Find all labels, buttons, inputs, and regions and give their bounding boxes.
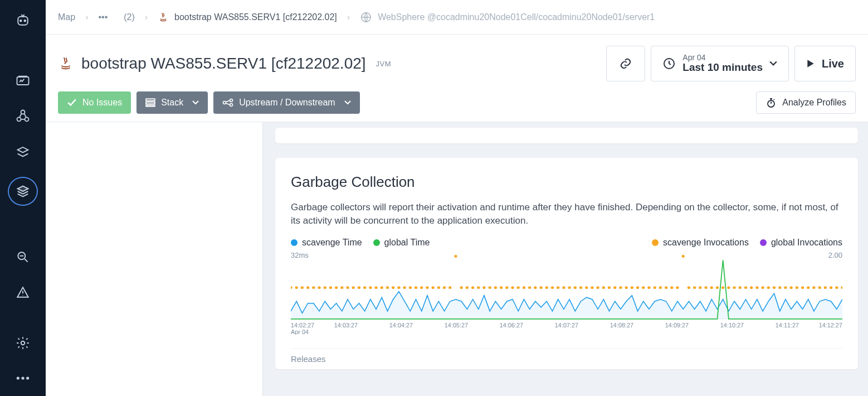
gc-chart-svg: 14:02:2714:03:2714:04:2714:05:2714:06:27…: [291, 251, 842, 335]
svg-point-57: [482, 286, 485, 289]
java-icon: [58, 55, 74, 72]
svg-point-46: [420, 286, 423, 289]
timeframe-button[interactable]: Apr 04 Last 10 minutes: [651, 46, 789, 81]
svg-point-119: [835, 286, 838, 289]
svg-point-23: [291, 286, 292, 289]
svg-point-29: [324, 286, 326, 289]
svg-point-79: [608, 286, 611, 289]
svg-point-91: [676, 286, 679, 289]
legend-scavenge-invocations[interactable]: scavenge Invocations: [652, 238, 749, 248]
svg-point-71: [562, 286, 565, 289]
page-title: bootstrap WAS855.SERV1 [cf212202.02] JVM: [58, 55, 391, 73]
svg-text:14:02:27: 14:02:27: [291, 322, 314, 329]
svg-rect-15: [146, 99, 155, 100]
copy-link-button[interactable]: [606, 46, 645, 81]
svg-point-105: [755, 286, 758, 289]
gc-card: Garbage Collection Garbage collectors wi…: [275, 158, 858, 369]
breadcrumb-server[interactable]: WebSphere @cocadminu20Node01Cell/cocadmi…: [360, 11, 655, 23]
svg-point-98: [716, 286, 719, 289]
chevron-right-icon: ›: [347, 12, 350, 22]
svg-point-87: [654, 286, 656, 289]
svg-point-60: [500, 286, 503, 289]
svg-point-77: [597, 286, 599, 289]
svg-point-99: [721, 286, 724, 289]
svg-point-42: [397, 286, 400, 289]
breadcrumb-map[interactable]: Map: [58, 12, 75, 22]
legend-scavenge-time[interactable]: scavenge Time: [291, 238, 362, 248]
breadcrumb: Map › ••• (2) › bootstrap WAS855.SERV1 […: [46, 0, 868, 35]
nav-alert-icon[interactable]: [13, 283, 33, 302]
svg-point-106: [762, 286, 764, 289]
svg-point-97: [710, 286, 713, 289]
status-no-issues[interactable]: No Issues: [58, 91, 131, 114]
svg-point-61: [505, 286, 508, 289]
right-panel: Garbage Collection Garbage collectors wi…: [263, 122, 868, 396]
check-icon: [67, 98, 77, 108]
svg-rect-4: [18, 75, 27, 76]
svg-point-31: [335, 286, 338, 289]
svg-point-94: [693, 286, 696, 289]
svg-text:14:04:27: 14:04:27: [389, 322, 413, 329]
live-button[interactable]: Live: [794, 46, 856, 81]
legend-global-invocations[interactable]: global Invocations: [760, 238, 842, 248]
chevron-down-icon: [192, 100, 199, 105]
svg-point-45: [415, 286, 417, 289]
svg-rect-0: [18, 16, 28, 25]
svg-point-32: [340, 286, 343, 289]
svg-text:14:03:27: 14:03:27: [334, 322, 358, 329]
releases-label: Releases: [291, 348, 842, 364]
svg-point-24: [295, 286, 298, 289]
svg-point-114: [807, 286, 810, 289]
breadcrumb-more[interactable]: ••• (2): [98, 12, 134, 22]
java-icon: [158, 11, 169, 23]
breadcrumb-item[interactable]: bootstrap WAS855.SERV1 [cf212202.02]: [158, 11, 337, 23]
svg-point-56: [477, 286, 480, 289]
svg-point-66: [534, 286, 537, 289]
upstream-downstream-button[interactable]: Upstream / Downstream: [213, 91, 360, 114]
analyze-profiles-button[interactable]: Analyze Profiles: [756, 91, 856, 114]
y-right-max: 2.00: [828, 251, 842, 259]
svg-point-62: [511, 286, 514, 289]
svg-text:14:12:27: 14:12:27: [819, 322, 842, 329]
svg-point-51: [448, 286, 451, 289]
stack-button[interactable]: Stack: [136, 91, 208, 114]
svg-point-10: [17, 377, 19, 380]
svg-text:14:08:27: 14:08:27: [610, 322, 633, 329]
svg-point-104: [750, 286, 753, 289]
legend-dot-green: [373, 239, 380, 246]
svg-point-26: [306, 286, 309, 289]
main-area: Map › ••• (2) › bootstrap WAS855.SERV1 […: [46, 0, 868, 396]
nav-settings-icon[interactable]: [13, 334, 33, 353]
nav-nodes-icon[interactable]: [13, 106, 33, 125]
svg-point-40: [386, 286, 389, 289]
nav-dashboard-icon[interactable]: [13, 71, 33, 90]
timeframe-range: Last 10 minutes: [682, 62, 763, 74]
svg-point-95: [699, 286, 701, 289]
play-icon: [806, 59, 815, 68]
nav-search-icon[interactable]: [13, 247, 33, 267]
nav-more-icon[interactable]: [13, 369, 33, 388]
svg-point-52: [454, 255, 457, 258]
left-panel: [46, 122, 263, 396]
link-icon: [619, 57, 632, 70]
svg-point-103: [744, 286, 747, 289]
clock-icon: [662, 57, 676, 70]
svg-point-54: [466, 286, 469, 289]
stopwatch-icon: [765, 97, 777, 108]
svg-point-75: [585, 286, 588, 289]
legend-global-time[interactable]: global Time: [373, 238, 430, 248]
svg-point-11: [21, 377, 24, 380]
svg-point-110: [784, 286, 787, 289]
svg-point-74: [579, 286, 582, 289]
svg-point-65: [528, 286, 531, 289]
svg-point-85: [642, 286, 645, 289]
nav-layers-icon[interactable]: [8, 177, 38, 206]
svg-text:14:10:27: 14:10:27: [720, 322, 744, 329]
svg-point-86: [647, 286, 650, 289]
svg-point-48: [432, 286, 435, 289]
chevron-down-icon: [344, 100, 351, 105]
svg-point-6: [17, 117, 21, 121]
nav-logo[interactable]: [13, 10, 33, 30]
nav-layers-open-icon[interactable]: [13, 141, 33, 161]
network-icon: [222, 98, 233, 108]
